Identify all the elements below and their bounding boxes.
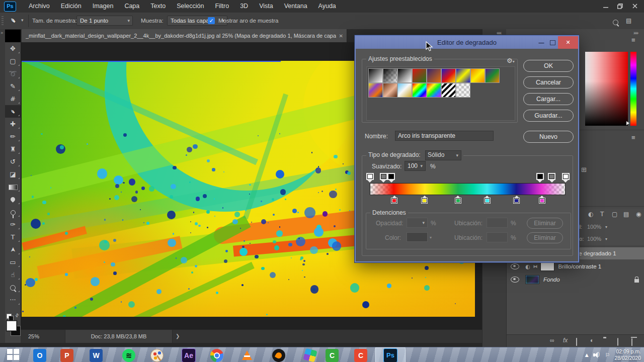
taskbar-app-vlc[interactable]: [239, 348, 255, 362]
menu-ayuda[interactable]: Ayuda: [313, 0, 342, 13]
load-button[interactable]: Cargar...: [523, 93, 574, 105]
gradient-preview-bar[interactable]: [370, 183, 566, 195]
gradient-preset-rojo-verde[interactable]: [412, 68, 427, 83]
gradient-preset-morado-verde-naranja[interactable]: [485, 68, 500, 83]
color-stop-75[interactable]: [514, 196, 520, 203]
new-button[interactable]: Nuevo: [523, 131, 574, 143]
rectangle-tool[interactable]: ▭: [5, 256, 21, 268]
expand-panels-icon[interactable]: »»: [633, 30, 638, 36]
stop-color-swatch[interactable]: [407, 232, 428, 242]
document-tab[interactable]: _minflat__dark_material_design_wallpaper…: [22, 29, 347, 42]
cancel-button[interactable]: Cancelar: [523, 76, 574, 88]
eyedropper-tool-preview-icon[interactable]: ✒: [8, 15, 19, 26]
gradient-preset-amarillo-violeta-naranja-azul[interactable]: [368, 83, 383, 98]
layer-filter-icon-1[interactable]: T: [600, 211, 604, 218]
hand-tool[interactable]: ☝: [5, 268, 21, 281]
layer-filter-icon-3[interactable]: ▤: [623, 211, 629, 218]
dialog-maximize-icon[interactable]: [547, 36, 558, 49]
menu-3d[interactable]: 3D: [234, 0, 254, 13]
dialog-title-bar[interactable]: Editor de degradado — ✕: [356, 36, 578, 49]
layer-thumbnail[interactable]: [525, 275, 539, 284]
taskbar-app-photoshop[interactable]: Ps: [382, 348, 398, 362]
edit-toolbar[interactable]: ···: [5, 294, 21, 306]
gradient-preset-arco-iris-transparente[interactable]: [427, 83, 441, 98]
gradient-tool[interactable]: [5, 180, 21, 193]
gradient-preset-violeta-naranja[interactable]: [427, 68, 441, 83]
sample-size-select[interactable]: De 1 punto: [76, 16, 133, 26]
default-colors-icon[interactable]: [7, 314, 12, 319]
layer-mask-icon[interactable]: [576, 338, 577, 346]
path-selection-tool[interactable]: ➤: [5, 243, 21, 256]
restore-window-icon[interactable]: [613, 0, 627, 12]
taskbar-app-paint[interactable]: [149, 348, 165, 362]
taskbar-app-photos[interactable]: [302, 348, 318, 362]
gradient-preset-negro-a-transparente[interactable]: [383, 68, 397, 83]
menu-filtro[interactable]: Filtro: [209, 0, 234, 13]
tool-preset-caret-icon[interactable]: ▾: [21, 18, 24, 23]
dialog-close-icon[interactable]: ✕: [558, 36, 578, 49]
taskbar-app-fl-studio[interactable]: [271, 348, 287, 362]
color-field[interactable]: [585, 52, 628, 126]
close-window-icon[interactable]: [627, 0, 642, 12]
save-button[interactable]: Guardar...: [523, 110, 574, 122]
pen-tool[interactable]: ✑: [5, 218, 21, 231]
delete-layer-icon[interactable]: [631, 338, 632, 346]
color-stop-45[interactable]: [455, 196, 461, 203]
action-center-icon[interactable]: ⚐: [605, 352, 610, 358]
menu-seleccin[interactable]: Selección: [171, 0, 209, 13]
swatches-panel-menu-icon[interactable]: ≡: [631, 134, 635, 141]
status-chevron-icon[interactable]: ❯: [176, 333, 180, 339]
opacity-stop-87[interactable]: [537, 174, 543, 183]
presets-menu-gear-icon[interactable]: ⚙▾: [507, 57, 515, 64]
layer-visibility-icon[interactable]: [511, 263, 519, 269]
swap-colors-icon[interactable]: ⇄: [14, 312, 20, 318]
opacity-stop-7[interactable]: [380, 174, 386, 183]
layer-filter-icon-0[interactable]: ◐: [588, 211, 593, 218]
gradient-preset-negro-a-blanco[interactable]: [368, 68, 383, 83]
taskbar-app-chrome[interactable]: [209, 348, 225, 362]
opacity-stop-11[interactable]: [388, 174, 394, 183]
gradient-preset-espectro[interactable]: [412, 83, 427, 98]
rectangular-marquee-tool[interactable]: ▢: [5, 55, 21, 67]
gradient-preset-azul-rojo-amarillo[interactable]: [441, 68, 456, 83]
delete-opacity-stop-button[interactable]: Eliminar: [527, 218, 563, 229]
layer-visibility-icon[interactable]: [511, 277, 519, 283]
taskbar-app-camtasia-recorder[interactable]: C: [353, 348, 369, 362]
layer-filter-icon-4[interactable]: ◉: [636, 211, 641, 218]
color-stop-12.5[interactable]: [391, 196, 397, 203]
history-brush-tool[interactable]: ↺: [5, 155, 21, 168]
gradient-type-select[interactable]: Sólido: [425, 150, 461, 160]
show-sampling-ring-checkbox[interactable]: ✓: [208, 17, 215, 24]
tray-expand-icon[interactable]: ▲: [585, 352, 589, 357]
color-stop-28[interactable]: [422, 196, 428, 203]
zoom-tool[interactable]: [5, 281, 21, 294]
gradient-preset-azul-amarillo-azul[interactable]: [456, 68, 470, 83]
hue-slider[interactable]: [630, 52, 636, 126]
hue-slider-arrow[interactable]: [626, 121, 629, 125]
quick-selection-tool[interactable]: ✎: [5, 80, 21, 93]
eyedropper-tool[interactable]: ✒: [5, 105, 21, 118]
workspace-switcher-icon[interactable]: ▤: [626, 17, 631, 24]
move-tool[interactable]: ✥: [5, 42, 21, 55]
stop-opacity-input[interactable]: [407, 218, 428, 228]
clock[interactable]: 02:09 p.m. 28/02/2020: [614, 348, 641, 361]
crop-tool[interactable]: #: [5, 93, 21, 105]
stop-location-input[interactable]: [487, 218, 508, 228]
gradient-preset-cromo-azul-oro[interactable]: [397, 83, 412, 98]
taskbar-app-after-effects[interactable]: Ae: [181, 348, 197, 362]
opacity-stop-93[interactable]: [549, 174, 555, 183]
minimize-window-icon[interactable]: [598, 0, 613, 12]
pattern-grid-icon[interactable]: ⊞: [581, 166, 587, 173]
search-icon[interactable]: [613, 17, 618, 26]
brush-tool[interactable]: ✏: [5, 130, 21, 143]
smoothness-input[interactable]: 100: [405, 161, 426, 171]
adjustment-layer-icon[interactable]: ◐: [590, 337, 594, 344]
color-panel-menu-icon[interactable]: ≡: [631, 36, 635, 44]
layer-mask-thumbnail[interactable]: [540, 262, 554, 271]
delete-color-stop-button[interactable]: Eliminar: [527, 232, 563, 243]
opacity-stop-0[interactable]: [367, 174, 373, 183]
gradient-preset-rayas-diagonales[interactable]: [441, 83, 456, 98]
spot-healing-brush-tool[interactable]: ✚: [5, 118, 21, 130]
menu-vista[interactable]: Vista: [254, 0, 279, 13]
start-button[interactable]: [7, 349, 20, 361]
